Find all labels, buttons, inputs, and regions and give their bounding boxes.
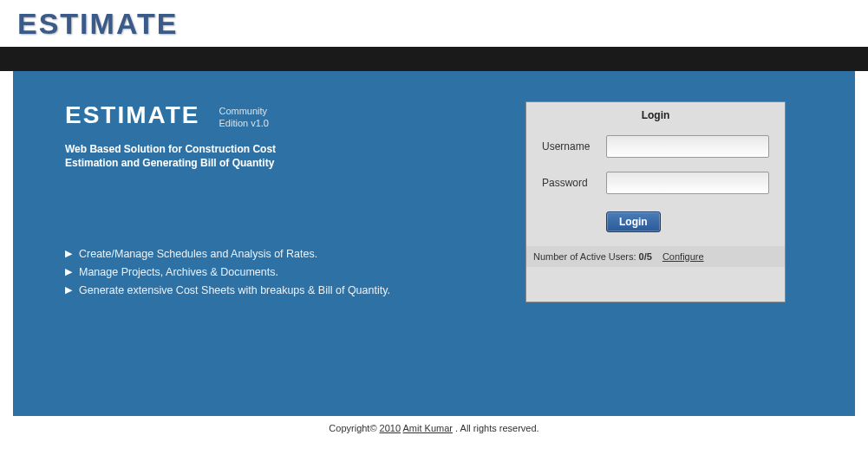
tagline: Web Based Solution for Construction Cost… bbox=[65, 142, 525, 170]
top-header: ESTIMATE bbox=[0, 0, 868, 47]
login-button[interactable]: Login bbox=[606, 211, 661, 232]
list-item: ▶ Manage Projects, Archives & Documents. bbox=[65, 266, 525, 278]
edition-badge: Community Edition v1.0 bbox=[219, 101, 268, 130]
feature-text: Manage Projects, Archives & Documents. bbox=[79, 266, 278, 278]
nav-bar bbox=[0, 47, 868, 71]
password-input[interactable] bbox=[606, 172, 769, 194]
triangle-icon: ▶ bbox=[65, 266, 72, 277]
feature-text: Create/Manage Schedules and Analysis of … bbox=[79, 248, 317, 260]
author-link[interactable]: Amit Kumar bbox=[403, 423, 453, 433]
list-item: ▶ Generate extensive Cost Sheets with br… bbox=[65, 284, 525, 296]
app-title: ESTIMATE bbox=[65, 101, 199, 129]
feature-list: ▶ Create/Manage Schedules and Analysis o… bbox=[65, 248, 525, 296]
username-label: Username bbox=[542, 140, 596, 153]
tagline-line2: Estimation and Generating Bill of Quanti… bbox=[65, 156, 525, 170]
active-users-value: 0/5 bbox=[639, 251, 652, 262]
page-footer: Copyright© 2010 Amit Kumar . All rights … bbox=[0, 416, 868, 440]
tagline-line1: Web Based Solution for Construction Cost bbox=[65, 142, 525, 156]
login-footer: Number of Active Users: 0/5 Configure bbox=[526, 246, 785, 267]
feature-text: Generate extensive Cost Sheets with brea… bbox=[79, 284, 390, 296]
edition-line2: Edition v1.0 bbox=[219, 117, 268, 129]
copyright-year-link[interactable]: 2010 bbox=[380, 423, 401, 433]
list-item: ▶ Create/Manage Schedules and Analysis o… bbox=[65, 248, 525, 260]
brand-logo: ESTIMATE bbox=[17, 7, 178, 41]
active-users-label: Number of Active Users: bbox=[533, 251, 636, 262]
password-label: Password bbox=[542, 177, 596, 189]
main-panel: ESTIMATE Community Edition v1.0 Web Base… bbox=[13, 71, 855, 416]
triangle-icon: ▶ bbox=[65, 248, 72, 259]
login-title: Login bbox=[526, 102, 785, 128]
login-panel: Login Username Password Login Number of … bbox=[525, 101, 786, 302]
username-input[interactable] bbox=[606, 135, 769, 158]
configure-link[interactable]: Configure bbox=[662, 251, 704, 262]
edition-line1: Community bbox=[219, 105, 268, 117]
hero-section: ESTIMATE Community Edition v1.0 Web Base… bbox=[65, 101, 525, 302]
copyright-label: Copyright© bbox=[329, 423, 376, 433]
rights-text: . All rights reserved. bbox=[455, 423, 539, 433]
triangle-icon: ▶ bbox=[65, 284, 72, 296]
